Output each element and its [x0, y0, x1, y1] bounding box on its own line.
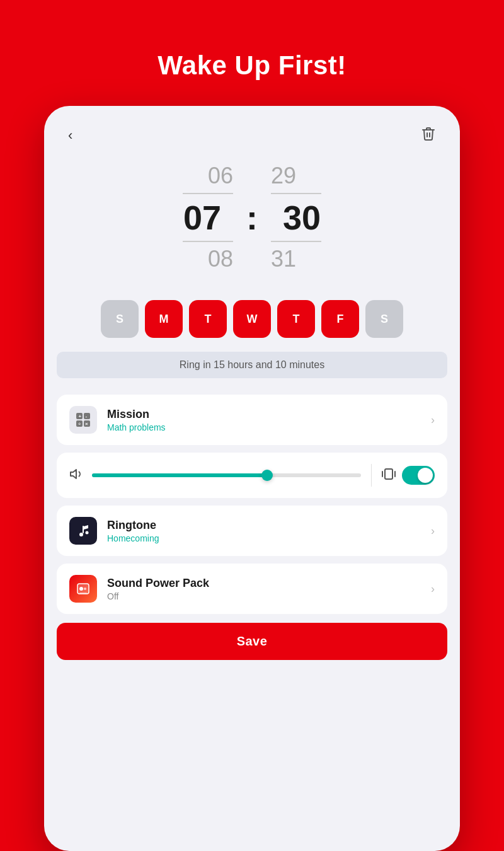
- day-thursday[interactable]: T: [277, 300, 315, 338]
- volume-icon: [69, 466, 84, 485]
- ringtone-text: Ringtone Homecoming: [107, 519, 431, 543]
- time-picker: 06 29 07 : 30 08 31: [44, 154, 460, 287]
- mission-text: Mission Math problems: [107, 408, 431, 432]
- ring-info-text: Ring in 15 hours and 10 minutes: [180, 359, 324, 370]
- ringtone-subtitle: Homecoming: [107, 533, 431, 543]
- slider-fill: [92, 473, 267, 477]
- day-saturday[interactable]: S: [365, 300, 403, 338]
- soundpack-text: Sound Power Pack Off: [107, 577, 431, 601]
- day-sunday[interactable]: S: [101, 300, 139, 338]
- slider-track: [92, 473, 361, 477]
- svg-rect-12: [83, 526, 84, 533]
- day-tuesday[interactable]: T: [189, 300, 227, 338]
- vibrate-toggle[interactable]: [402, 466, 435, 485]
- time-picker-adjacent-below: 08 31: [208, 246, 296, 272]
- soundpack-title: Sound Power Pack: [107, 577, 431, 590]
- prev-minute[interactable]: 29: [271, 163, 296, 189]
- settings-list: + - × ÷ Mission Math problems ›: [57, 395, 447, 614]
- top-nav: ‹: [44, 106, 460, 154]
- ringtone-chevron: ›: [431, 524, 435, 538]
- vibrate-icon: [382, 467, 396, 484]
- delete-button[interactable]: [416, 124, 441, 148]
- volume-vibrate-divider: [371, 464, 372, 487]
- volume-slider[interactable]: [92, 473, 361, 477]
- svg-point-11: [86, 531, 89, 535]
- back-button[interactable]: ‹: [63, 125, 77, 146]
- toggle-knob: [418, 468, 433, 483]
- svg-rect-9: [385, 469, 392, 479]
- next-minute[interactable]: 31: [271, 246, 296, 272]
- time-separator: :: [246, 198, 258, 237]
- prev-hour[interactable]: 06: [208, 163, 233, 189]
- mission-setting[interactable]: + - × ÷ Mission Math problems ›: [57, 395, 447, 445]
- ringtone-title: Ringtone: [107, 519, 431, 532]
- next-hour[interactable]: 08: [208, 246, 233, 272]
- ring-info: Ring in 15 hours and 10 minutes: [57, 352, 447, 378]
- mission-subtitle: Math problems: [107, 422, 431, 432]
- volume-vibrate-card: [57, 453, 447, 498]
- divider-below: [44, 240, 460, 243]
- mission-chevron: ›: [431, 414, 435, 427]
- ringtone-icon: [69, 517, 97, 545]
- svg-rect-16: [79, 593, 87, 594]
- soundpack-icon: [69, 575, 97, 603]
- mission-icon: + - × ÷: [69, 406, 97, 434]
- app-title: Wake Up First!: [158, 50, 346, 81]
- svg-point-15: [84, 588, 86, 590]
- day-friday[interactable]: F: [321, 300, 359, 338]
- days-container: S M T W T F S: [44, 287, 460, 344]
- soundpack-subtitle: Off: [107, 591, 431, 601]
- time-picker-adjacent-above: 06 29: [208, 163, 296, 189]
- mission-title: Mission: [107, 408, 431, 421]
- save-bar: Save: [57, 623, 447, 660]
- day-monday[interactable]: M: [145, 300, 183, 338]
- current-hour[interactable]: 07: [183, 198, 221, 237]
- svg-point-10: [79, 533, 83, 536]
- save-button[interactable]: Save: [57, 623, 447, 660]
- svg-text:+: +: [79, 414, 82, 419]
- current-minute[interactable]: 30: [283, 198, 321, 237]
- soundpack-chevron: ›: [431, 582, 435, 596]
- svg-marker-8: [71, 470, 76, 478]
- time-picker-current[interactable]: 07 : 30: [183, 198, 321, 237]
- svg-text:-: -: [86, 414, 88, 419]
- phone-card: ‹ 06 29: [44, 106, 460, 851]
- svg-text:÷: ÷: [78, 421, 81, 427]
- divider-above: [44, 192, 460, 195]
- ringtone-setting[interactable]: Ringtone Homecoming ›: [57, 506, 447, 556]
- vibrate-section: [382, 466, 435, 485]
- svg-text:×: ×: [85, 421, 88, 427]
- day-wednesday[interactable]: W: [233, 300, 271, 338]
- slider-thumb[interactable]: [261, 470, 273, 481]
- sound-power-pack-setting[interactable]: Sound Power Pack Off ›: [57, 564, 447, 614]
- svg-point-14: [79, 587, 83, 591]
